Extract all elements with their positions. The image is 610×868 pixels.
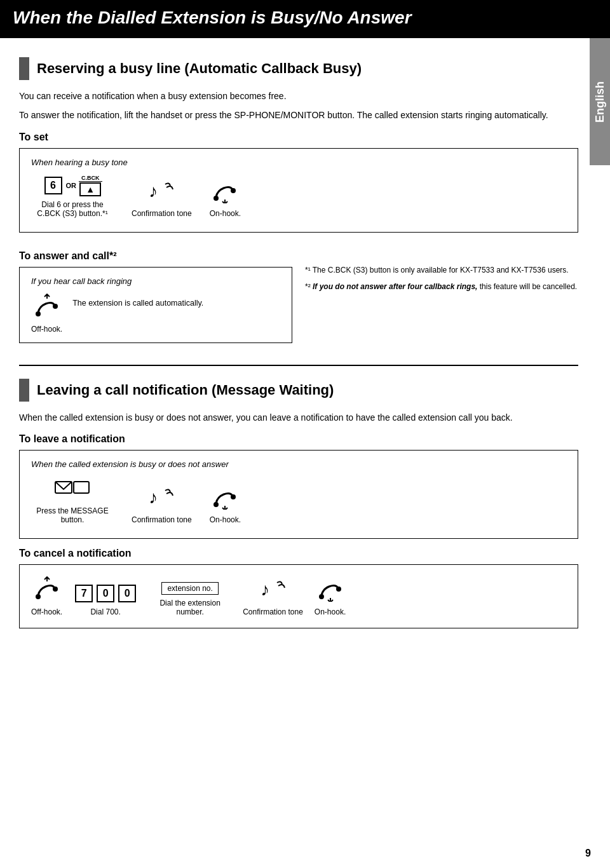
section-divider: [19, 365, 578, 366]
svg-rect-6: [74, 482, 89, 493]
svg-point-13: [319, 594, 324, 599]
page-title: When the Dialled Extension is Busy/No An…: [0, 0, 610, 38]
svg-point-1: [214, 196, 219, 201]
to-set-heading: To set: [19, 132, 578, 143]
answer-call-section: To answer and call*² If you hear call ba…: [19, 241, 578, 352]
dial700-label: Dial 700.: [90, 607, 120, 616]
offhook-label2: Off-hook.: [31, 607, 62, 616]
answer-call-left: To answer and call*² If you hear call ba…: [19, 241, 292, 352]
key-0b: 0: [118, 585, 136, 602]
tone-icon1: ♪: [147, 179, 175, 207]
to-leave-box: When the called extension is busy or doe…: [19, 450, 578, 539]
cbck-bottom: ▲: [86, 184, 95, 194]
key-7: 7: [75, 585, 93, 602]
offhook-label: Off-hook.: [31, 325, 62, 334]
box1-label: When hearing a busy tone: [31, 158, 566, 167]
to-cancel-heading: To cancel a notification: [19, 548, 578, 559]
tone-icon2: ♪: [147, 485, 175, 513]
svg-point-10: [36, 594, 41, 599]
step-offhook: Off-hook.: [31, 294, 62, 334]
section-bar-icon: [19, 57, 29, 80]
svg-point-3: [36, 311, 41, 316]
onhook-icon3: [316, 578, 344, 605]
onhook-label2: On-hook.: [210, 515, 241, 524]
step-onhook1: On-hook.: [210, 179, 241, 218]
ext-no-box: extension no.: [161, 582, 218, 595]
cbck-top: C.BCK: [79, 175, 102, 182]
svg-point-11: [53, 587, 58, 592]
step-message-btn: Press the MESSAGE button.: [31, 477, 114, 524]
svg-text:♪: ♪: [149, 487, 158, 507]
box3-label: When the called extension is busy or doe…: [31, 459, 566, 469]
step-dial700: 7 0 0 Dial 700.: [74, 583, 137, 616]
conf-tone-label3: Confirmation tone: [243, 607, 303, 616]
section2-title: Leaving a call notification (Message Wai…: [37, 382, 334, 398]
onhook-label3: On-hook.: [315, 607, 346, 616]
key-0a: 0: [97, 585, 114, 602]
tone-icon3: ♪: [259, 578, 287, 605]
offhook-icon: [33, 294, 61, 322]
message-icon: [55, 477, 90, 504]
box2-label: If you hear call back ringing: [31, 276, 280, 286]
svg-point-2: [231, 188, 236, 193]
section2-header: Leaving a call notification (Message Wai…: [19, 379, 578, 402]
step-conf-tone2: ♪ Confirmation tone: [132, 485, 192, 524]
step-dial6: 6 OR C.BCK ▲ Dial 6 or press the C.BCK (…: [31, 175, 114, 218]
section-bar-icon2: [19, 379, 29, 402]
section1-header: Reserving a busy line (Automatic Callbac…: [19, 57, 578, 80]
svg-point-14: [336, 587, 341, 592]
section1-para1: You can receive a notification when a bu…: [19, 89, 578, 103]
to-leave-heading: To leave a notification: [19, 433, 578, 445]
onhook-icon1: [211, 179, 239, 207]
answer-call-right: *¹ The C.BCK (S3) button is only availab…: [305, 241, 578, 352]
to-set-box: When hearing a busy tone 6 OR C.BCK ▲ Di…: [19, 148, 578, 233]
offhook-icon2: [33, 576, 61, 605]
onhook-label1: On-hook.: [210, 209, 241, 218]
step-onhook3: On-hook.: [315, 578, 346, 616]
dial6-label: Dial 6 or press the C.BCK (S3) button.*¹: [31, 200, 114, 218]
footnote1: *¹ The C.BCK (S3) button is only availab…: [305, 264, 578, 276]
footnote2: *² If you do not answer after four callb…: [305, 281, 578, 292]
key-6: 6: [44, 177, 62, 194]
section1-title: Reserving a busy line (Automatic Callbac…: [37, 60, 362, 77]
to-cancel-box: Off-hook. 7 0 0 Dial 700. extension no. …: [19, 564, 578, 628]
step-ext-no: extension no. Dial the extension number.: [149, 582, 231, 616]
section2-para1: When the called extension is busy or doe…: [19, 410, 578, 424]
page-number: 9: [585, 848, 591, 859]
press-message-label: Press the MESSAGE button.: [31, 506, 114, 524]
or-label: OR: [66, 182, 77, 189]
conf-tone-label1: Confirmation tone: [132, 209, 192, 218]
svg-text:♪: ♪: [261, 580, 269, 599]
step-conf-tone3: ♪ Confirmation tone: [243, 578, 303, 616]
cancel-steps-row: Off-hook. 7 0 0 Dial 700. extension no. …: [31, 576, 566, 616]
step-offhook2: Off-hook.: [31, 576, 62, 616]
section1-para2: To answer the notification, lift the han…: [19, 108, 578, 122]
set-steps-row: 6 OR C.BCK ▲ Dial 6 or press the C.BCK (…: [31, 175, 566, 218]
svg-text:♪: ♪: [149, 181, 158, 201]
step-conf-tone1: ♪ Confirmation tone: [132, 179, 192, 218]
leave-steps-row: Press the MESSAGE button. ♪ Confirmation…: [31, 477, 566, 524]
conf-tone-label2: Confirmation tone: [132, 515, 192, 524]
ext-called-text: The extension is called automatically.: [72, 299, 203, 308]
step-onhook2: On-hook.: [210, 485, 241, 524]
answer-call-box: If you hear call back ringing: [19, 267, 292, 343]
svg-point-9: [231, 494, 236, 499]
svg-point-4: [53, 304, 58, 309]
dial-ext-label: Dial the extension number.: [149, 599, 231, 616]
svg-point-8: [214, 502, 219, 507]
to-answer-heading: To answer and call*²: [19, 250, 292, 262]
onhook-icon2: [211, 485, 239, 513]
side-language-label: English: [590, 38, 610, 165]
